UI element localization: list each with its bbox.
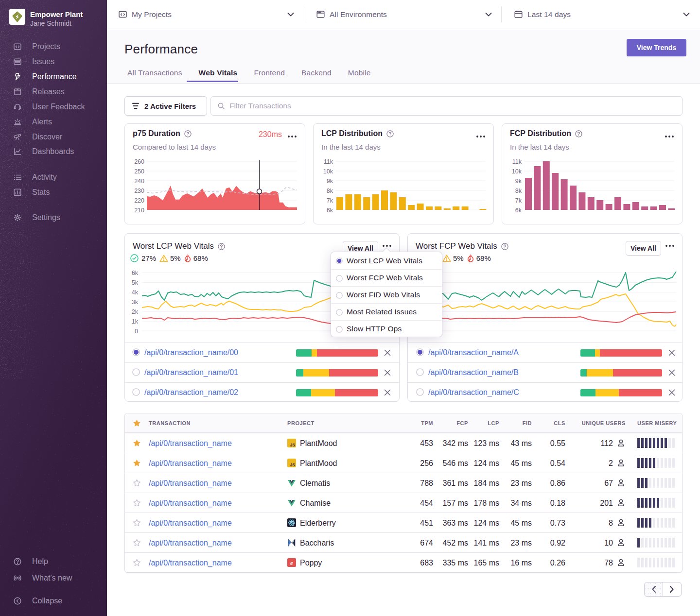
svg-text:4k: 4k bbox=[132, 289, 139, 296]
svg-text:7k: 7k bbox=[327, 197, 333, 204]
svg-text:11k: 11k bbox=[512, 158, 522, 165]
svg-text:7k: 7k bbox=[515, 197, 522, 204]
svg-text:250: 250 bbox=[134, 168, 144, 175]
svg-text:6k: 6k bbox=[132, 270, 139, 276]
svg-text:8k: 8k bbox=[515, 188, 522, 194]
svg-text:2k: 2k bbox=[132, 308, 139, 315]
svg-text:9k: 9k bbox=[327, 178, 333, 185]
svg-text:240: 240 bbox=[134, 178, 144, 185]
svg-text:9k: 9k bbox=[515, 178, 522, 185]
svg-text:5k: 5k bbox=[132, 279, 139, 286]
svg-text:6k: 6k bbox=[327, 207, 333, 214]
svg-text:10k: 10k bbox=[512, 168, 522, 175]
svg-text:11k: 11k bbox=[324, 158, 333, 165]
svg-text:10k: 10k bbox=[323, 168, 333, 175]
svg-text:6k: 6k bbox=[515, 207, 522, 214]
svg-text:JS: JS bbox=[290, 443, 296, 447]
svg-text:3k: 3k bbox=[132, 299, 139, 306]
svg-text:220: 220 bbox=[134, 197, 144, 204]
svg-text:210: 210 bbox=[134, 207, 144, 214]
svg-text:JS: JS bbox=[290, 462, 296, 467]
svg-text:260: 260 bbox=[134, 158, 144, 165]
svg-text:0: 0 bbox=[135, 328, 138, 335]
svg-text:1k: 1k bbox=[132, 318, 139, 325]
svg-text:e: e bbox=[290, 559, 293, 566]
svg-text:8k: 8k bbox=[327, 188, 333, 194]
svg-text:230: 230 bbox=[134, 188, 144, 194]
